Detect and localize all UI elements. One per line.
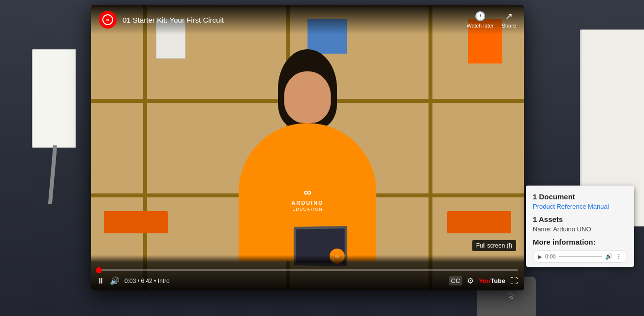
- watch-later-label: Watch later: [466, 23, 493, 29]
- whiteboard: [32, 49, 76, 148]
- orange-box-1: [104, 211, 168, 233]
- channel-logo-inner: ∞: [102, 14, 113, 25]
- chapter-separator: •: [154, 278, 158, 284]
- orange-box-2: [447, 211, 511, 233]
- pause-icon: ⏸: [97, 277, 105, 285]
- video-title: 01 Starter Kit: Your First Circuit: [123, 16, 466, 24]
- mini-time-display: 0:00: [545, 253, 555, 259]
- captions-button[interactable]: CC: [449, 276, 462, 285]
- settings-icon: ⚙: [467, 276, 474, 285]
- progress-dot: [96, 267, 102, 273]
- share-icon: ↗: [505, 11, 513, 22]
- youtube-tube: Tube: [491, 277, 505, 284]
- document-heading: 1 Document: [533, 192, 627, 201]
- mini-more-icon[interactable]: ⋮: [615, 253, 622, 260]
- youtube-logo[interactable]: YouTube: [479, 277, 505, 284]
- share-label: Share: [502, 23, 516, 29]
- pause-button[interactable]: ⏸: [97, 277, 105, 285]
- video-header: ∞ 01 Starter Kit: Your First Circuit 🕐 W…: [91, 5, 524, 34]
- captions-icon: CC: [451, 277, 460, 284]
- controls-row: ⏸ 🔊 0:03 / 6:42 • Intro CC ⚙ YouTube: [97, 276, 518, 285]
- product-manual-link[interactable]: Product Reference Manual: [533, 203, 627, 210]
- asset-name: Name: Arduino UNO: [533, 225, 627, 233]
- fullscreen-tooltip: Full screen (f): [472, 240, 516, 251]
- channel-logo-symbol: ∞: [106, 17, 109, 22]
- more-info-heading: More information:: [533, 238, 627, 246]
- current-time: 0:03: [124, 278, 136, 284]
- mini-progress-bar[interactable]: [558, 256, 602, 257]
- watch-later-icon: 🕐: [475, 11, 486, 22]
- header-actions: 🕐 Watch later ↗ Share: [466, 11, 516, 29]
- progress-bar[interactable]: [97, 269, 518, 271]
- total-time: 6:42: [141, 278, 152, 284]
- video-controls[interactable]: ⏸ 🔊 0:03 / 6:42 • Intro CC ⚙ YouTube: [91, 255, 524, 290]
- volume-icon: 🔊: [110, 276, 120, 285]
- time-display: 0:03 / 6:42 • Intro: [124, 278, 170, 284]
- shelf-support-3: [429, 5, 432, 290]
- assets-heading: 1 Assets: [533, 215, 627, 223]
- video-content: ∞ ARDUINO EDUCATION ∞: [91, 5, 524, 290]
- fullscreen-icon: ⛶: [510, 277, 518, 285]
- arduino-brand-text: ARDUINO: [291, 200, 323, 206]
- channel-logo: ∞: [99, 11, 117, 29]
- chapter-name: Intro: [158, 278, 170, 284]
- settings-button[interactable]: ⚙: [467, 276, 474, 285]
- volume-button[interactable]: 🔊: [110, 276, 120, 285]
- mini-play-button[interactable]: ▶: [538, 254, 542, 259]
- fullscreen-button[interactable]: ⛶: [510, 277, 518, 285]
- arduino-sub-text: EDUCATION: [292, 207, 322, 212]
- share-button[interactable]: ↗ Share: [502, 11, 516, 29]
- info-panel: 1 Document Product Reference Manual 1 As…: [526, 186, 634, 267]
- shelf-support-1: [143, 5, 147, 290]
- watch-later-button[interactable]: 🕐 Watch later: [466, 11, 493, 29]
- youtube-brand: You: [479, 277, 491, 284]
- mini-volume-icon[interactable]: 🔊: [605, 253, 613, 260]
- mini-player[interactable]: ▶ 0:00 🔊 ⋮: [533, 250, 627, 263]
- video-player[interactable]: ∞ ARDUINO EDUCATION ∞ ∞ 01 Starter Kit: …: [91, 5, 524, 290]
- arduino-symbol: ∞: [304, 187, 311, 198]
- presenter-face: [284, 71, 331, 123]
